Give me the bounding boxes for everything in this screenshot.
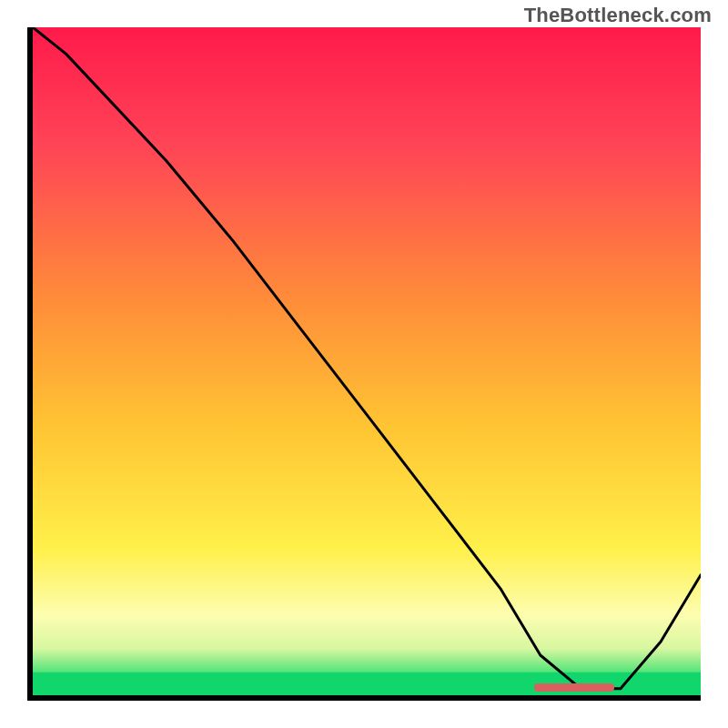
plot-axes <box>27 27 701 701</box>
watermark-text: TheBottleneck.com <box>524 4 712 27</box>
bottleneck-curve <box>33 27 701 695</box>
plot-area <box>33 27 701 695</box>
optimal-range-marker <box>534 683 614 692</box>
chart-container: TheBottleneck.com <box>0 0 728 728</box>
